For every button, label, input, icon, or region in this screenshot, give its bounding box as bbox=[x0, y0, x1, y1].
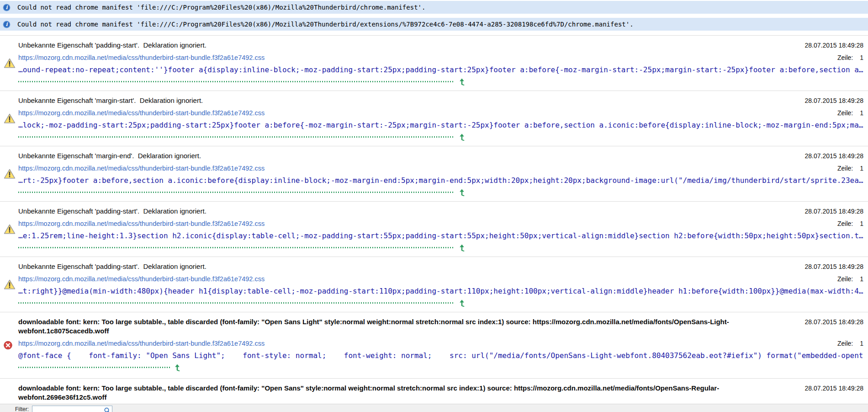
entry-line-number: 1 bbox=[860, 339, 863, 348]
caret-row bbox=[18, 364, 863, 372]
entry-message-text: downloadable font: kern: Too large subta… bbox=[18, 384, 805, 402]
info-message-row[interactable]: i Could not read chrome manifest 'file:/… bbox=[0, 18, 868, 31]
entry-source-link[interactable]: https://mozorg.cdn.mozilla.net/media/css… bbox=[18, 219, 837, 228]
info-message-text: Could not read chrome manifest 'file:///… bbox=[17, 4, 425, 11]
entry-line-number: 1 bbox=[860, 53, 863, 62]
info-message-row[interactable]: i Could not read chrome manifest 'file:/… bbox=[0, 1, 868, 14]
entry-line-label: Zeile: bbox=[837, 340, 853, 347]
caret-row bbox=[18, 133, 863, 141]
entry-code-snippet: …rt:-25px}footer a:before,section a.icon… bbox=[18, 176, 863, 186]
entry-source-link[interactable]: https://mozorg.cdn.mozilla.net/media/css… bbox=[18, 108, 837, 118]
console-entry[interactable]: Unbekannte Eigenschaft 'margin-end'. Dek… bbox=[0, 146, 868, 201]
entry-line-number: 1 bbox=[860, 108, 863, 118]
entry-body: Unbekannte Eigenschaft 'padding-start'. … bbox=[18, 262, 863, 307]
entry-timestamp: 28.07.2015 18:49:28 bbox=[805, 96, 863, 105]
entry-line-indicator: Zeile:1 bbox=[837, 339, 863, 348]
error-position-underline bbox=[18, 192, 455, 193]
search-icon bbox=[104, 407, 110, 412]
entry-line-label: Zeile: bbox=[837, 165, 853, 172]
caret-up-arrow-icon bbox=[459, 188, 465, 196]
info-rows-container: i Could not read chrome manifest 'file:/… bbox=[0, 1, 868, 31]
caret-up-arrow-icon bbox=[459, 133, 465, 141]
entry-line-indicator: Zeile:1 bbox=[837, 164, 863, 173]
entry-message-text: downloadable font: kern: Too large subta… bbox=[18, 317, 805, 336]
entry-message-text: Unbekannte Eigenschaft 'margin-end'. Dek… bbox=[18, 151, 805, 161]
console-entry[interactable]: Unbekannte Eigenschaft 'padding-start'. … bbox=[0, 201, 868, 257]
entry-source-link[interactable]: https://mozorg.cdn.mozilla.net/media/css… bbox=[18, 164, 837, 173]
info-icon: i bbox=[0, 4, 17, 11]
entry-line-number: 1 bbox=[860, 219, 863, 228]
entry-body: Unbekannte Eigenschaft 'margin-end'. Dek… bbox=[18, 151, 863, 197]
caret-up-arrow-icon bbox=[459, 299, 465, 307]
warning-icon bbox=[4, 113, 16, 124]
caret-up-arrow-icon bbox=[459, 244, 465, 251]
entry-message-text: Unbekannte Eigenschaft 'padding-start'. … bbox=[18, 262, 805, 271]
filter-label: Filter: bbox=[15, 406, 29, 412]
console-entry[interactable]: Unbekannte Eigenschaft 'padding-start'. … bbox=[0, 35, 868, 91]
filter-input[interactable] bbox=[32, 406, 112, 412]
console-entry[interactable]: downloadable font: kern: Too large subta… bbox=[0, 312, 868, 378]
console-entry[interactable]: Unbekannte Eigenschaft 'margin-start'. D… bbox=[0, 91, 868, 146]
entry-timestamp: 28.07.2015 18:49:28 bbox=[805, 317, 863, 326]
entry-line-number: 1 bbox=[860, 274, 863, 284]
error-position-underline bbox=[18, 136, 455, 138]
entry-timestamp: 28.07.2015 18:49:28 bbox=[805, 207, 863, 216]
entry-line-label: Zeile: bbox=[837, 109, 853, 117]
warning-icon bbox=[4, 169, 16, 179]
entry-message-text: Unbekannte Eigenschaft 'padding-start'. … bbox=[18, 41, 805, 50]
caret-row bbox=[18, 188, 863, 197]
entry-timestamp: 28.07.2015 18:49:28 bbox=[805, 262, 863, 271]
warning-icon bbox=[4, 224, 16, 235]
caret-row bbox=[18, 244, 863, 252]
entry-timestamp: 28.07.2015 18:49:28 bbox=[805, 41, 863, 50]
entry-message-text: Unbekannte Eigenschaft 'margin-start'. D… bbox=[18, 96, 805, 105]
error-position-underline bbox=[18, 81, 455, 82]
caret-row bbox=[18, 299, 863, 307]
info-icon: i bbox=[0, 21, 17, 28]
console-message-list: i Could not read chrome manifest 'file:/… bbox=[0, 1, 868, 412]
entry-line-label: Zeile: bbox=[837, 54, 853, 61]
error-icon bbox=[4, 341, 12, 350]
entry-line-label: Zeile: bbox=[837, 275, 853, 283]
error-position-underline bbox=[18, 367, 170, 368]
entry-source-link[interactable]: https://mozorg.cdn.mozilla.net/media/css… bbox=[18, 339, 837, 348]
caret-up-arrow-icon bbox=[174, 364, 180, 371]
entry-source-link[interactable]: https://mozorg.cdn.mozilla.net/media/css… bbox=[18, 274, 837, 284]
caret-row bbox=[18, 78, 863, 86]
entry-line-indicator: Zeile:1 bbox=[837, 108, 863, 118]
entry-code-snippet: …lock;-moz-padding-start:25px;padding-st… bbox=[18, 120, 863, 130]
entry-body: Unbekannte Eigenschaft 'padding-start'. … bbox=[18, 207, 863, 252]
entry-source-link[interactable]: https://mozorg.cdn.mozilla.net/media/css… bbox=[18, 53, 837, 62]
entries-container: Unbekannte Eigenschaft 'padding-start'. … bbox=[0, 35, 868, 412]
entry-body: downloadable font: kern: Too large subta… bbox=[18, 317, 863, 372]
entry-code-snippet: @font-face { font-family: "Open Sans Lig… bbox=[18, 351, 863, 361]
entry-body: Unbekannte Eigenschaft 'margin-start'. D… bbox=[18, 96, 863, 141]
error-position-underline bbox=[18, 302, 455, 304]
info-message-text: Could not read chrome manifest 'file:///… bbox=[17, 21, 634, 28]
filter-input-wrap bbox=[32, 406, 112, 412]
entry-line-indicator: Zeile:1 bbox=[837, 274, 863, 284]
warning-icon bbox=[4, 279, 16, 290]
entry-body: Unbekannte Eigenschaft 'padding-start'. … bbox=[18, 41, 863, 86]
error-console-window: i Could not read chrome manifest 'file:/… bbox=[0, 0, 868, 412]
caret-up-arrow-icon bbox=[459, 78, 465, 86]
entry-code-snippet: …ound-repeat:no-repeat;content:''}footer… bbox=[18, 65, 863, 75]
console-entry[interactable]: Unbekannte Eigenschaft 'padding-start'. … bbox=[0, 257, 868, 312]
entry-line-indicator: Zeile:1 bbox=[837, 219, 863, 228]
entry-message-text: Unbekannte Eigenschaft 'padding-start'. … bbox=[18, 207, 805, 216]
entry-code-snippet: …t:right}}@media(min-width:480px){header… bbox=[18, 286, 863, 296]
error-position-underline bbox=[18, 247, 455, 248]
entry-line-indicator: Zeile:1 bbox=[837, 53, 863, 62]
entry-line-number: 1 bbox=[860, 164, 863, 173]
entry-line-label: Zeile: bbox=[837, 220, 853, 227]
filter-bar: Filter: bbox=[0, 404, 868, 412]
entry-timestamp: 28.07.2015 18:49:28 bbox=[805, 151, 863, 161]
warning-icon bbox=[4, 58, 16, 69]
entry-code-snippet: …e:1.25rem;line-height:1.3}section h2.ic… bbox=[18, 231, 863, 241]
entry-timestamp: 28.07.2015 18:49:28 bbox=[805, 384, 863, 393]
